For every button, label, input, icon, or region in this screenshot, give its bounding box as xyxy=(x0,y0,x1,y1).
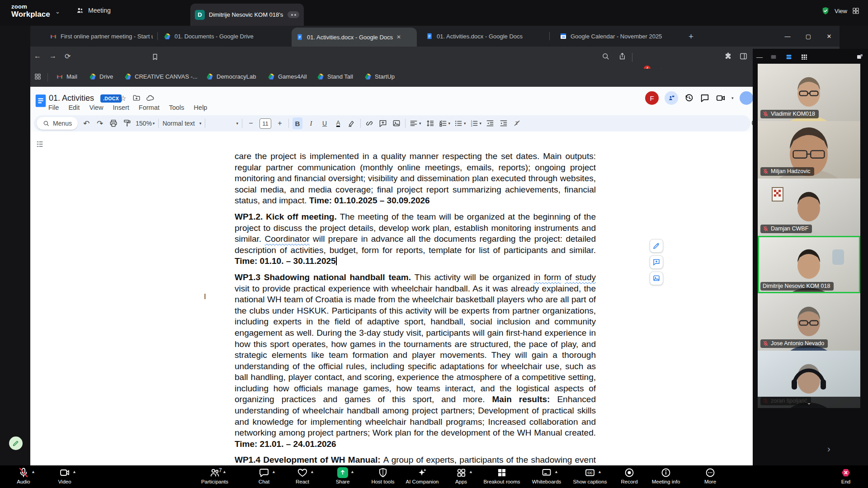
increase-indent-button[interactable] xyxy=(499,117,509,129)
user-avatar[interactable]: F xyxy=(645,91,659,105)
highlight-button[interactable] xyxy=(347,117,357,129)
docs-menu-tools[interactable]: Tools xyxy=(169,104,184,111)
side-panel-icon[interactable] xyxy=(739,52,748,61)
docs-menu-file[interactable]: File xyxy=(48,104,59,111)
add-comment-button[interactable] xyxy=(650,255,663,269)
tab-meeting[interactable]: Meeting xyxy=(76,6,111,14)
paragraph-2[interactable]: WP1.2. Kick off meeting. The meeting of … xyxy=(235,211,596,267)
font-select-button[interactable]: ▾ xyxy=(209,117,238,129)
add-emoji-button[interactable] xyxy=(650,272,663,285)
chevron-down-icon[interactable]: ▾ xyxy=(731,96,734,100)
paint-format-button[interactable] xyxy=(122,117,132,129)
video-chevron-icon[interactable]: ▲ xyxy=(72,469,76,474)
browser-tab-1[interactable]: First online partner meeting - Start u xyxy=(45,26,157,47)
insert-image-button[interactable] xyxy=(392,117,401,129)
forward-icon[interactable]: → xyxy=(49,52,57,60)
move-folder-icon[interactable] xyxy=(132,94,141,102)
meeting-info-button[interactable]: Meeting info xyxy=(641,467,691,484)
browser-tab-2[interactable]: 01. Documents - Google Drive xyxy=(159,26,274,47)
help-me-write-button[interactable] xyxy=(650,239,663,253)
collaborator-avatar[interactable] xyxy=(740,91,753,105)
bookmark-startup[interactable]: StartUp xyxy=(364,73,395,80)
participant-tile-4[interactable]: Dimitrije Nesovic KOM 018 xyxy=(758,236,860,293)
grid-view-icon[interactable] xyxy=(800,53,809,61)
annotation-pencil-button[interactable] xyxy=(9,436,23,450)
browser-tab-4[interactable]: 01. Activities.docx - Google Docs xyxy=(421,26,549,47)
view-grid-icon[interactable] xyxy=(852,7,860,15)
insert-link-button[interactable] xyxy=(364,117,374,129)
italic-button[interactable]: I xyxy=(306,117,316,129)
text-color-button[interactable]: A xyxy=(333,117,343,129)
participants-button[interactable]: Participants7▲ xyxy=(190,467,240,484)
breakout-rooms-button[interactable]: Breakout rooms xyxy=(477,467,527,484)
paragraph-1[interactable]: care the project is implemented in a qua… xyxy=(235,151,596,206)
docs-menu-edit[interactable]: Edit xyxy=(68,104,80,111)
style-select-button[interactable]: Normal text▾ xyxy=(162,117,201,129)
document-outline-icon[interactable] xyxy=(35,140,44,149)
popout-panel-icon[interactable] xyxy=(855,53,864,61)
minimize-panel-icon[interactable]: — xyxy=(756,53,763,61)
bookmark-mail[interactable]: Mail xyxy=(56,73,77,80)
share-page-icon[interactable] xyxy=(618,52,627,61)
bookmark-creative-canvas[interactable]: CREATIVE CANVAS -... xyxy=(124,73,198,80)
apps-chevron-icon[interactable]: ▲ xyxy=(469,469,473,474)
gallery-strip-icon[interactable] xyxy=(784,53,793,61)
participant-tile-1[interactable]: Vladimir KOM018 xyxy=(758,64,860,121)
bookmark-games4all[interactable]: Games4All xyxy=(268,73,307,80)
end-button[interactable]: End xyxy=(821,467,868,484)
collapse-tiles-chevron[interactable]: ⌄ xyxy=(758,397,860,408)
whiteboards-chevron-icon[interactable]: ▲ xyxy=(554,469,558,474)
more-button[interactable]: More xyxy=(685,467,735,484)
document-body[interactable]: care the project is implemented in a qua… xyxy=(235,151,596,465)
paragraph-4[interactable]: WP1.4 Development of WH Manual: A group … xyxy=(235,455,596,465)
meet-camera-icon[interactable] xyxy=(716,93,726,103)
bookmark-flag-icon[interactable] xyxy=(151,53,159,61)
redo-button[interactable]: ↷ xyxy=(95,117,105,129)
font-size-decrease-button[interactable]: − xyxy=(246,117,256,129)
cloud-status-icon[interactable] xyxy=(146,94,155,103)
panel-expand-chevron[interactable]: › xyxy=(827,444,830,454)
document-title[interactable]: 01. Activities xyxy=(49,94,94,103)
maximize-window-button[interactable]: ▢ xyxy=(798,26,819,47)
participant-tile-3[interactable]: Damjan CWBF xyxy=(758,178,860,236)
add-comment-button[interactable] xyxy=(378,117,388,129)
docs-menu-format[interactable]: Format xyxy=(139,104,160,111)
bold-button[interactable]: B xyxy=(292,117,302,129)
font-size-increase-button[interactable]: + xyxy=(275,117,285,129)
underline-button[interactable]: U xyxy=(320,117,330,129)
bookmark-democracylab[interactable]: DemocracyLab xyxy=(206,73,256,80)
bookmark-drive[interactable]: Drive xyxy=(89,73,113,80)
docs-menu-help[interactable]: Help xyxy=(194,104,208,111)
zoom-page-icon[interactable] xyxy=(601,52,610,61)
back-icon[interactable]: ← xyxy=(34,52,41,60)
close-tab-icon[interactable]: ✕ xyxy=(396,34,401,40)
bookmark-stand-tall[interactable]: Stand Tall xyxy=(317,73,353,80)
react-chevron-icon[interactable]: ▲ xyxy=(310,469,314,474)
checklist-button[interactable]: ▾ xyxy=(439,117,451,129)
workspace-chevron-down-icon[interactable]: ⌄ xyxy=(55,8,60,15)
speaker-view-icon[interactable] xyxy=(769,53,778,61)
security-shield-icon[interactable] xyxy=(821,6,830,15)
chat-chevron-icon[interactable]: ▲ xyxy=(272,469,276,474)
menus-search-button[interactable]: Menus xyxy=(37,117,78,130)
participant-tile-5[interactable]: Jose Antonio Nevado xyxy=(758,293,860,351)
undo-button[interactable]: ↶ xyxy=(81,117,91,129)
close-window-button[interactable]: ✕ xyxy=(819,26,840,47)
extensions-puzzle-icon[interactable] xyxy=(724,52,732,61)
audio-chevron-icon[interactable]: ▲ xyxy=(31,469,35,474)
apps-grid-icon[interactable] xyxy=(34,73,42,80)
print-button[interactable] xyxy=(108,117,118,129)
zoom-select-button[interactable]: 150%▾ xyxy=(136,117,155,129)
share-tab-menu[interactable] xyxy=(288,11,299,18)
participant-tile-2[interactable]: Miljan Hadzovic xyxy=(758,121,860,178)
whiteboards-button[interactable]: Whiteboards▲ xyxy=(522,467,571,484)
minimize-window-button[interactable]: — xyxy=(777,26,798,47)
star-icon[interactable]: ☆ xyxy=(120,94,126,103)
reload-icon[interactable]: ⟳ xyxy=(65,52,71,61)
browser-tab-3[interactable]: 01. Activities.docx - Google Docs✕ xyxy=(292,28,417,47)
presenter-mode-icon[interactable] xyxy=(665,91,678,105)
docs-menu-insert[interactable]: Insert xyxy=(113,104,129,111)
show-captions-chevron-icon[interactable]: ▲ xyxy=(598,469,602,474)
version-history-icon[interactable] xyxy=(684,93,694,103)
clear-formatting-button[interactable]: T xyxy=(512,117,522,129)
